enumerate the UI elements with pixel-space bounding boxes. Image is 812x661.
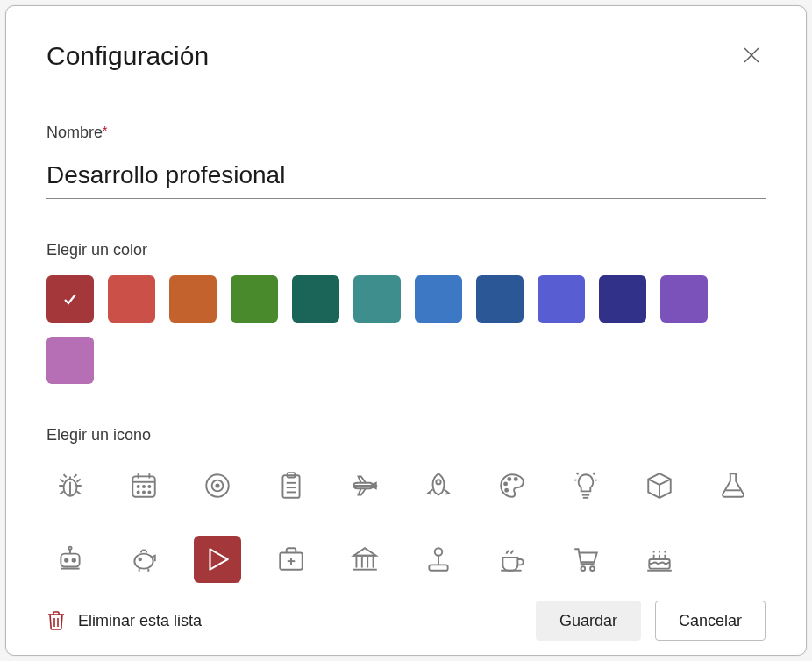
close-icon: [744, 47, 759, 63]
svg-point-35: [139, 558, 141, 561]
bank-icon: [350, 544, 380, 574]
svg-point-11: [138, 491, 139, 493]
svg-point-16: [216, 484, 218, 487]
svg-rect-17: [282, 475, 299, 498]
icon-section-label: Elegir un icono: [46, 426, 766, 444]
color-swatch-row: [46, 275, 766, 384]
color-swatch-blue[interactable]: [415, 275, 462, 323]
icon-option-bug-icon[interactable]: [46, 462, 94, 509]
svg-rect-30: [61, 554, 79, 567]
cart-icon: [571, 544, 601, 574]
icon-option-rocket-icon[interactable]: [415, 462, 462, 509]
svg-point-26: [505, 489, 508, 492]
save-button[interactable]: Guardar: [536, 601, 641, 641]
robot-icon: [55, 544, 85, 574]
icon-option-robot-icon[interactable]: [46, 536, 94, 583]
color-swatch-red[interactable]: [108, 275, 155, 323]
settings-dialog: Configuración Nombre* Elegir un color El…: [5, 5, 807, 656]
svg-point-8: [138, 486, 139, 487]
icon-option-lightbulb-icon[interactable]: [562, 462, 609, 509]
svg-point-34: [68, 547, 71, 550]
color-swatch-orange[interactable]: [169, 275, 217, 323]
icon-option-target-icon[interactable]: [194, 462, 241, 509]
icon-option-cube-icon[interactable]: [636, 462, 683, 509]
svg-point-51: [590, 566, 595, 571]
icon-option-plane-icon[interactable]: [341, 462, 388, 509]
dialog-header: Configuración: [46, 41, 766, 71]
color-swatch-dark-red[interactable]: [46, 275, 94, 323]
palette-icon: [497, 471, 527, 501]
icon-grid: [46, 462, 766, 583]
trash-icon: [46, 610, 66, 631]
svg-point-24: [508, 478, 510, 480]
icon-option-first-aid-icon[interactable]: [267, 536, 315, 583]
dialog-title: Configuración: [46, 41, 209, 71]
dialog-footer: Eliminar esta lista Guardar Cancelar: [46, 583, 766, 641]
svg-marker-36: [210, 549, 228, 569]
piggy-bank-icon: [129, 544, 159, 574]
icon-option-play-icon[interactable]: [194, 536, 241, 583]
flask-icon: [718, 471, 748, 501]
name-label: Nombre: [46, 124, 103, 141]
joystick-icon: [424, 544, 453, 574]
cube-icon: [645, 471, 674, 501]
svg-rect-48: [429, 565, 447, 570]
color-swatch-indigo[interactable]: [538, 275, 585, 323]
plane-icon: [350, 471, 380, 501]
svg-point-12: [143, 491, 145, 493]
svg-point-23: [504, 482, 507, 485]
bug-icon: [55, 471, 85, 501]
check-icon: [61, 290, 79, 308]
icon-option-bank-icon[interactable]: [341, 536, 388, 583]
icon-option-cake-icon[interactable]: [636, 536, 683, 583]
svg-point-32: [73, 558, 75, 561]
icon-option-cart-icon[interactable]: [562, 536, 609, 583]
svg-point-50: [581, 566, 585, 571]
lightbulb-icon: [571, 471, 601, 501]
cancel-button[interactable]: Cancelar: [655, 601, 766, 641]
coffee-icon: [497, 544, 527, 574]
svg-point-22: [436, 480, 440, 484]
first-aid-icon: [276, 544, 306, 574]
clipboard-icon: [276, 471, 306, 501]
icon-option-joystick-icon[interactable]: [415, 536, 462, 583]
icon-option-calendar-icon[interactable]: [120, 462, 167, 509]
target-icon: [203, 471, 232, 501]
icon-option-flask-icon[interactable]: [709, 462, 757, 509]
delete-list-label: Eliminar esta lista: [78, 612, 202, 630]
name-field: Nombre*: [46, 124, 766, 199]
name-input[interactable]: [46, 153, 766, 199]
play-icon: [203, 544, 232, 574]
svg-point-9: [143, 486, 145, 487]
svg-point-10: [148, 486, 150, 487]
svg-point-46: [435, 548, 443, 556]
rocket-icon: [424, 471, 453, 501]
icon-option-coffee-icon[interactable]: [488, 536, 536, 583]
color-swatch-teal[interactable]: [353, 275, 401, 323]
color-swatch-blue-dark[interactable]: [476, 275, 524, 323]
svg-point-25: [515, 478, 517, 480]
color-swatch-teal-dark[interactable]: [292, 275, 339, 323]
color-swatch-violet[interactable]: [46, 337, 94, 384]
color-swatch-green[interactable]: [231, 275, 278, 323]
icon-option-clipboard-icon[interactable]: [267, 462, 315, 509]
color-swatch-purple[interactable]: [660, 275, 708, 323]
cake-icon: [645, 544, 674, 574]
icon-option-palette-icon[interactable]: [488, 462, 536, 509]
calendar-icon: [129, 471, 159, 501]
icon-option-piggy-bank-icon[interactable]: [120, 536, 167, 583]
close-button[interactable]: [737, 41, 766, 69]
svg-point-31: [65, 558, 68, 561]
svg-point-13: [148, 491, 150, 493]
required-asterisk: *: [103, 124, 107, 138]
delete-list-button[interactable]: Eliminar esta lista: [46, 610, 202, 631]
color-swatch-navy[interactable]: [599, 275, 646, 323]
color-section-label: Elegir un color: [46, 241, 766, 259]
